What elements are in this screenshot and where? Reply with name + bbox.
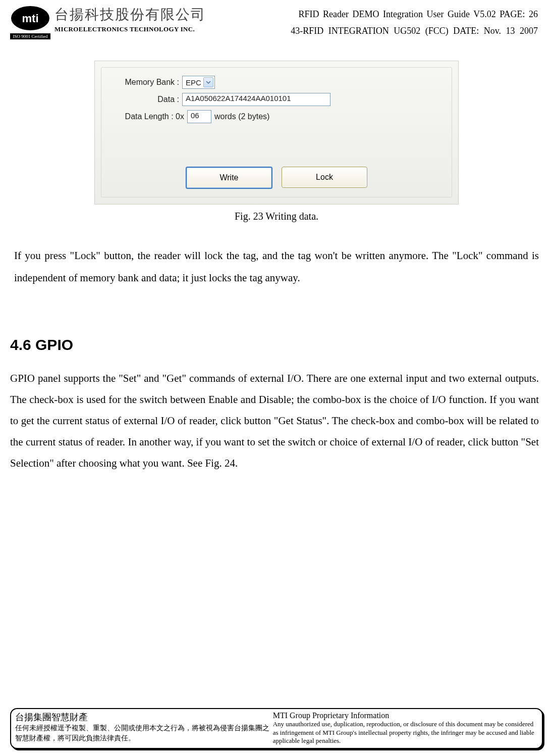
data-length-suffix: words (2 bytes)	[214, 112, 269, 121]
paragraph-lock-description: If you press "Lock" button, the reader w…	[14, 244, 539, 289]
svg-text:mti: mti	[22, 12, 39, 25]
proprietary-notice-box: 台揚集團智慧財產 任何未經授權逕予複製、重製、公開或使用本文之行為，將被視為侵害…	[10, 708, 543, 749]
write-button[interactable]: Write	[186, 167, 272, 189]
memory-bank-value: EPC	[186, 78, 201, 87]
data-length-input[interactable]: 06	[187, 110, 211, 123]
memory-bank-label: Memory Bank :	[108, 78, 179, 87]
doc-info: RFID Reader DEMO Integration User Guide …	[227, 5, 543, 36]
footer-cn-body: 任何未經授權逕予複製、重製、公開或使用本文之行為，將被視為侵害台揚集團之智慧財產…	[15, 723, 270, 743]
iso-badge: ISO 9001 Certified	[10, 33, 50, 39]
section-heading-gpio: 4.6 GPIO	[10, 336, 553, 354]
doc-title-page: RFID Reader DEMO Integration User Guide …	[227, 9, 538, 20]
memory-bank-select[interactable]: EPC	[182, 76, 215, 89]
mti-logo-icon: mti	[10, 5, 50, 31]
page-header: mti ISO 9001 Certified 台揚科技股份有限公司 MICROE…	[0, 0, 553, 40]
doc-code-date: 43-RFID INTEGRATION UG502 (FCC) DATE: No…	[227, 26, 538, 36]
company-name-en: MICROELECTRONICS TECHNOLOGY INC.	[54, 25, 206, 33]
company-logo-block: mti ISO 9001 Certified 台揚科技股份有限公司 MICROE…	[10, 5, 227, 40]
paragraph-gpio-description: GPIO panel supports the "Set" and "Get" …	[10, 368, 539, 474]
footer-cn-title: 台揚集團智慧財產	[15, 711, 270, 723]
footer-en-body: Any unauthorized use, duplication, repro…	[273, 720, 538, 745]
lock-button[interactable]: Lock	[282, 167, 367, 188]
panel-groupbox: Memory Bank : EPC Data : A1A050622A17442…	[101, 67, 452, 197]
company-name-cn: 台揚科技股份有限公司	[54, 5, 206, 24]
data-label: Data :	[108, 95, 179, 104]
figure-23: Memory Bank : EPC Data : A1A050622A17442…	[90, 61, 463, 222]
footer-en-title: MTI Group Proprietary Information	[273, 711, 538, 720]
writing-data-panel: Memory Bank : EPC Data : A1A050622A17442…	[94, 61, 459, 205]
company-logo: mti ISO 9001 Certified	[10, 5, 50, 40]
data-input[interactable]: A1A050622A174424AA010101	[182, 93, 330, 106]
page-footer: 台揚集團智慧財產 任何未經授權逕予複製、重製、公開或使用本文之行為，將被視為侵害…	[10, 708, 543, 749]
chevron-down-icon[interactable]	[203, 77, 213, 87]
figure-caption: Fig. 23 Writing data.	[90, 211, 463, 222]
data-length-label: Data Length : 0x	[108, 112, 184, 121]
